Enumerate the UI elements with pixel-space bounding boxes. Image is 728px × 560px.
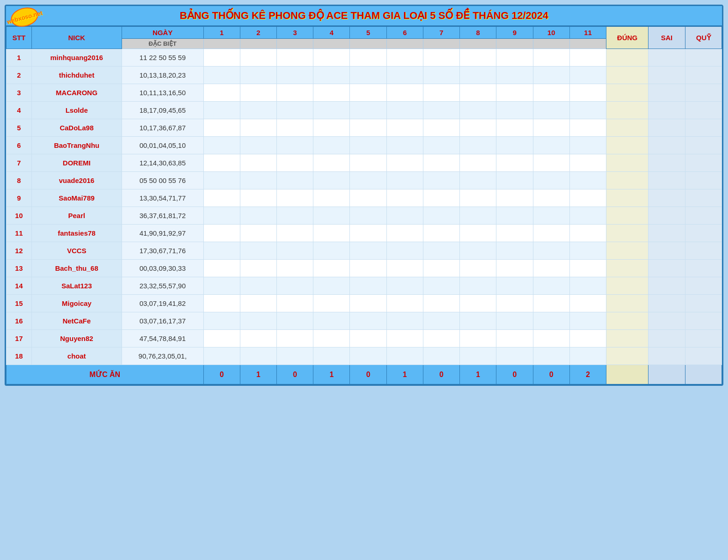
cell-num-10 [533,137,569,154]
cell-num-3 [277,49,313,67]
cell-nick: CaDoLa98 [31,119,122,137]
cell-num-2 [240,207,276,225]
cell-num-7 [423,225,459,242]
cell-num-11 [569,225,606,242]
cell-num-2 [240,260,276,277]
cell-quy [685,347,722,365]
th-sub-3 [277,39,313,49]
cell-num-2 [240,295,276,312]
cell-num-6 [386,137,423,154]
cell-ngay: 12,14,30,63,85 [122,154,203,172]
cell-sai [648,277,685,295]
cell-num-4 [313,137,350,154]
cell-sai [648,225,685,242]
cell-num-8 [460,207,496,225]
cell-num-1 [203,84,240,102]
cell-num-9 [496,137,533,154]
cell-num-5 [350,207,386,225]
cell-num-7 [423,49,459,67]
cell-num-9 [496,260,533,277]
cell-num-5 [350,102,386,119]
cell-nick: VCCS [31,242,122,260]
th-nick: NICK [31,27,122,49]
cell-num-9 [496,119,533,137]
cell-num-1 [203,207,240,225]
cell-num-2 [240,189,276,207]
cell-num-10 [533,189,569,207]
main-container: webxoso.net BẢNG THỐNG KÊ PHONG ĐỘ ACE T… [5,5,723,386]
main-table: STT NICK NGÀY 1 2 3 4 5 6 7 8 9 10 11 ĐÚ… [6,26,722,384]
cell-num-8 [460,277,496,295]
cell-num-4 [313,84,350,102]
cell-num-3 [277,277,313,295]
cell-num-9 [496,84,533,102]
cell-num-9 [496,102,533,119]
cell-num-3 [277,225,313,242]
cell-num-3 [277,347,313,365]
cell-ngay: 03,07,16,17,37 [122,312,203,330]
cell-stt: 5 [6,119,32,137]
cell-stt: 12 [6,242,32,260]
th-quy: QUỸ [685,27,722,49]
cell-num-5 [350,330,386,347]
cell-num-6 [386,154,423,172]
table-row: 2 thichduhet 10,13,18,20,23 [6,67,722,84]
cell-num-11 [569,277,606,295]
cell-sai [648,67,685,84]
cell-num-1 [203,49,240,67]
cell-num-4 [313,49,350,67]
cell-num-10 [533,172,569,189]
cell-num-7 [423,67,459,84]
cell-stt: 3 [6,84,32,102]
footer-v2: 1 [240,365,276,384]
cell-quy [685,67,722,84]
cell-num-6 [386,242,423,260]
th-8: 8 [460,27,496,39]
cell-num-9 [496,295,533,312]
cell-num-6 [386,312,423,330]
cell-num-7 [423,242,459,260]
cell-num-3 [277,119,313,137]
cell-num-7 [423,172,459,189]
cell-ngay: 00,03,09,30,33 [122,260,203,277]
cell-num-4 [313,242,350,260]
cell-quy [685,330,722,347]
cell-ngay: 41,90,91,92,97 [122,225,203,242]
cell-ngay: 03,07,19,41,82 [122,295,203,312]
muc-an-label: MỨC ĂN [6,365,204,384]
cell-num-7 [423,330,459,347]
cell-stt: 9 [6,189,32,207]
cell-stt: 1 [6,49,32,67]
cell-num-11 [569,154,606,172]
cell-num-11 [569,347,606,365]
cell-quy [685,49,722,67]
cell-sai [648,207,685,225]
table-body: 1 minhquang2016 11 22 50 55 59 2 thichdu… [6,49,722,365]
th-sub-1 [203,39,240,49]
cell-num-10 [533,119,569,137]
th-11: 11 [569,27,606,39]
cell-num-7 [423,295,459,312]
table-row: 15 Migoicay 03,07,19,41,82 [6,295,722,312]
cell-stt: 8 [6,172,32,189]
cell-num-4 [313,67,350,84]
cell-quy [685,154,722,172]
th-sub-10 [533,39,569,49]
cell-num-5 [350,189,386,207]
cell-num-3 [277,102,313,119]
cell-num-11 [569,207,606,225]
header-row: STT NICK NGÀY 1 2 3 4 5 6 7 8 9 10 11 ĐÚ… [6,27,722,39]
cell-num-7 [423,312,459,330]
cell-num-8 [460,295,496,312]
cell-num-10 [533,260,569,277]
footer-v10: 0 [533,365,569,384]
cell-num-6 [386,225,423,242]
cell-stt: 17 [6,330,32,347]
cell-num-10 [533,330,569,347]
th-sub-4 [313,39,350,49]
cell-nick: thichduhet [31,67,122,84]
cell-num-6 [386,330,423,347]
cell-num-9 [496,277,533,295]
th-sub-9 [496,39,533,49]
cell-num-3 [277,137,313,154]
